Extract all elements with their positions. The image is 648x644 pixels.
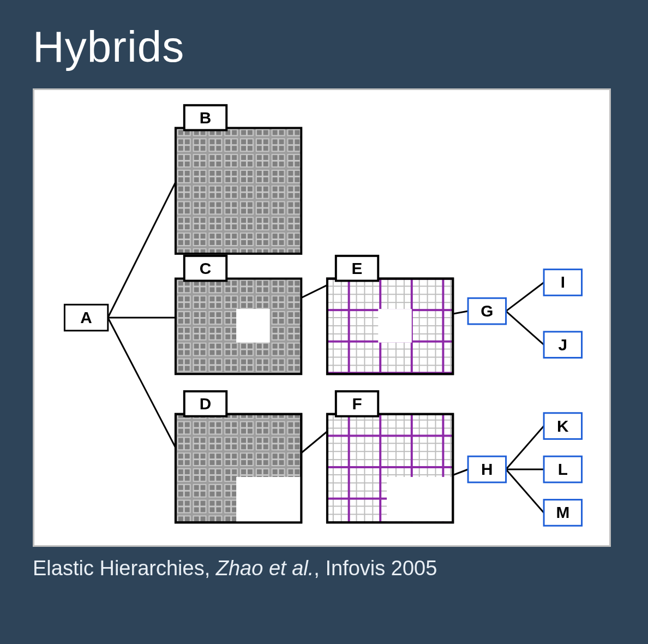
node-F: F [327, 391, 453, 522]
node-E: E [327, 256, 453, 374]
svg-rect-36 [176, 128, 301, 254]
svg-line-32 [506, 426, 544, 469]
node-D: D [176, 391, 301, 522]
svg-line-34 [506, 469, 544, 512]
node-M-label: M [556, 503, 569, 521]
node-A: A [64, 305, 107, 331]
svg-line-31 [506, 311, 544, 345]
slide: Hybrids [0, 0, 648, 644]
node-F-label: F [352, 395, 362, 413]
caption-suffix: , Infovis 2005 [314, 557, 437, 580]
node-C: C [176, 256, 301, 374]
node-B: B [176, 105, 301, 254]
svg-rect-46 [378, 309, 412, 343]
hierarchy-diagram: A B C D [34, 90, 609, 545]
node-L-label: L [558, 460, 568, 478]
node-H: H [468, 456, 506, 482]
svg-line-25 [108, 318, 176, 448]
node-G: G [468, 298, 506, 324]
node-J-label: J [559, 336, 568, 354]
slide-title: Hybrids [33, 22, 615, 72]
diagram-frame: A B C D [33, 88, 611, 547]
node-I-label: I [561, 273, 565, 291]
node-E-label: E [352, 259, 363, 277]
node-I: I [544, 270, 582, 296]
svg-rect-50 [387, 477, 452, 521]
svg-line-23 [108, 182, 176, 318]
node-M: M [544, 500, 582, 526]
node-K-label: K [557, 417, 569, 435]
node-C-label: C [200, 259, 212, 277]
node-A-label: A [80, 308, 92, 326]
node-J: J [544, 332, 582, 358]
node-K: K [544, 413, 582, 439]
caption-prefix: Elastic Hierarchies, [33, 557, 216, 580]
svg-rect-42 [236, 477, 301, 522]
node-B-label: B [200, 109, 212, 127]
node-H-label: H [481, 460, 493, 478]
svg-rect-39 [236, 309, 270, 343]
figure-caption: Elastic Hierarchies, Zhao et al., Infovi… [33, 557, 615, 580]
caption-authors: Zhao et al. [216, 557, 314, 580]
node-L: L [544, 456, 582, 482]
node-G-label: G [481, 302, 493, 320]
node-D-label: D [200, 395, 212, 413]
svg-line-30 [506, 282, 544, 311]
